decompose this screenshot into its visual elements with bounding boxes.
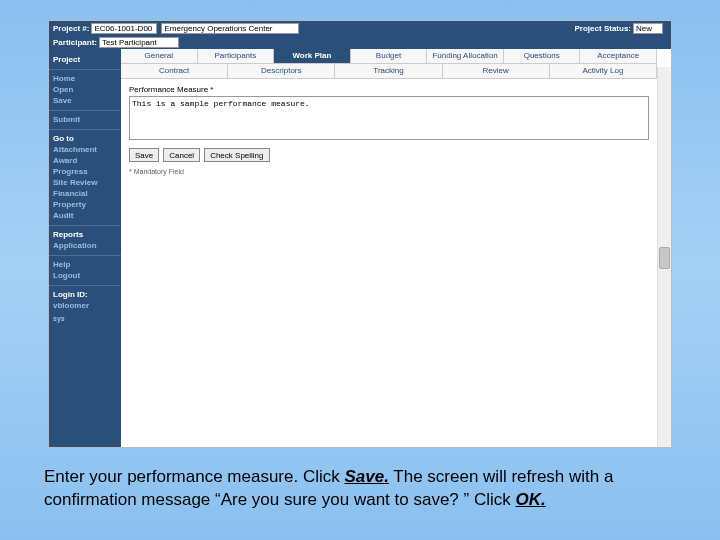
sidebar-item-progress[interactable]: Progress (53, 166, 117, 177)
sidebar-item-open[interactable]: Open (53, 84, 117, 95)
caption-ok-word: OK. (515, 490, 545, 509)
mandatory-field-note: * Mandatory Field (129, 168, 649, 175)
tab-funding-allocation[interactable]: Funding Allocation (427, 49, 504, 63)
sidebar-item-project: Project (53, 54, 117, 65)
save-button[interactable]: Save (129, 148, 159, 162)
tab-review[interactable]: Review (443, 64, 550, 78)
tabs-secondary: ContractDescriptorsTrackingReviewActivit… (121, 64, 657, 79)
participant-label: Participant: (53, 38, 97, 47)
project-number-field[interactable] (91, 23, 157, 34)
tab-contract[interactable]: Contract (121, 64, 228, 78)
sidebar-item-application[interactable]: Application (53, 240, 117, 251)
sidebar-item-attachment[interactable]: Attachment (53, 144, 117, 155)
sidebar-item-go-to: Go to (53, 133, 117, 144)
tab-participants[interactable]: Participants (198, 49, 275, 63)
caption-text-1: Enter your performance measure. Click (44, 467, 344, 486)
tabs-primary: GeneralParticipantsWork PlanBudgetFundin… (121, 49, 657, 64)
sidebar-item-login-id: Login ID: (53, 289, 117, 300)
sidebar-item-help[interactable]: Help (53, 259, 117, 270)
tab-tracking[interactable]: Tracking (335, 64, 442, 78)
tab-work-plan[interactable]: Work Plan (274, 49, 351, 63)
form-area: Performance Measure * Save Cancel Check … (121, 79, 657, 181)
sidebar-item-vbloomer[interactable]: vbloomer (53, 300, 117, 311)
scrollbar[interactable] (657, 67, 671, 447)
sidebar-item-financial[interactable]: Financial (53, 188, 117, 199)
tab-acceptance[interactable]: Acceptance (580, 49, 657, 63)
sidebar-item-home[interactable]: Home (53, 73, 117, 84)
main-panel: GeneralParticipantsWork PlanBudgetFundin… (121, 49, 657, 447)
project-status-label: Project Status: (575, 24, 631, 33)
instruction-caption: Enter your performance measure. Click Sa… (40, 466, 680, 512)
app-window: Project #: Project Status: Participant: … (48, 20, 672, 448)
performance-measure-textarea[interactable] (129, 96, 649, 140)
caption-save-word: Save. (344, 467, 388, 486)
sidebar-item-audit[interactable]: Audit (53, 210, 117, 221)
sidebar-item-logout[interactable]: Logout (53, 270, 117, 281)
header-row-project: Project #: Project Status: (49, 21, 671, 35)
tab-descriptors[interactable]: Descriptors (228, 64, 335, 78)
tab-questions[interactable]: Questions (504, 49, 581, 63)
sidebar-item-award[interactable]: Award (53, 155, 117, 166)
participant-field[interactable] (99, 37, 179, 48)
sidebar-item-submit[interactable]: Submit (53, 114, 117, 125)
project-status-field[interactable] (633, 23, 663, 34)
scrollbar-thumb[interactable] (659, 247, 670, 269)
tab-budget[interactable]: Budget (351, 49, 428, 63)
cancel-button[interactable]: Cancel (163, 148, 200, 162)
sidebar-item-site-review[interactable]: Site Review (53, 177, 117, 188)
check-spelling-button[interactable]: Check Spelling (204, 148, 269, 162)
sidebar-footer: sys (49, 315, 121, 322)
sidebar: ProjectHomeOpenSaveSubmitGo toAttachment… (49, 49, 121, 447)
sidebar-item-reports: Reports (53, 229, 117, 240)
header-row-participant: Participant: (49, 35, 671, 49)
tab-general[interactable]: General (121, 49, 198, 63)
sidebar-item-property[interactable]: Property (53, 199, 117, 210)
sidebar-item-save[interactable]: Save (53, 95, 117, 106)
tab-activity-log[interactable]: Activity Log (550, 64, 657, 78)
performance-measure-label: Performance Measure * (129, 85, 649, 94)
project-number-label: Project #: (53, 24, 89, 33)
project-name-field[interactable] (161, 23, 299, 34)
